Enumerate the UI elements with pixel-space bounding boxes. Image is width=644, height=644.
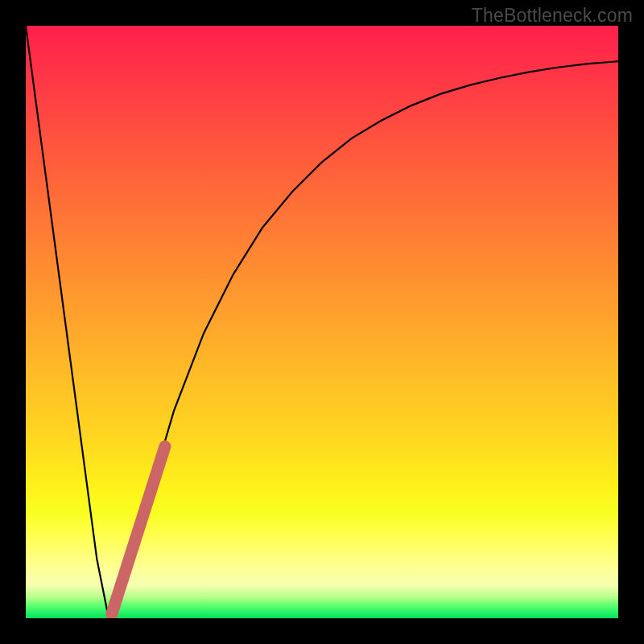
- recommended-range-highlight: [112, 447, 165, 614]
- watermark-text: TheBottleneck.com: [472, 5, 633, 27]
- curve-layer: [26, 26, 618, 618]
- plot-area: [26, 26, 618, 618]
- bottleneck-curve: [26, 26, 618, 618]
- chart-frame: TheBottleneck.com: [0, 0, 644, 644]
